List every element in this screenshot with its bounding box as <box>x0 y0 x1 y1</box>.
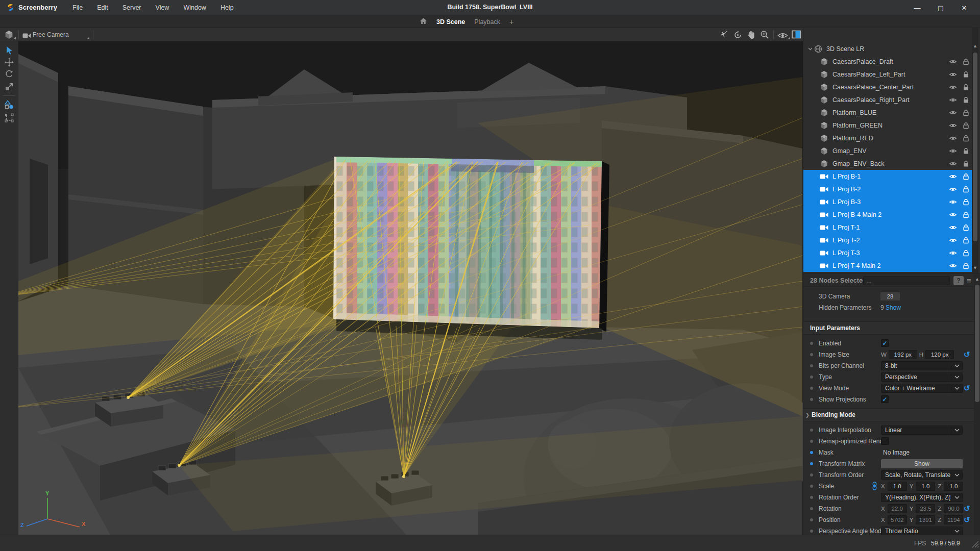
menu-server[interactable]: Server <box>115 0 149 15</box>
transform-box-tool-icon[interactable] <box>5 113 14 122</box>
hierarchy-item[interactable]: Platform_RED <box>803 132 972 144</box>
home-icon[interactable] <box>420 17 427 27</box>
dropdown[interactable]: Perspective <box>881 372 963 382</box>
hierarchy-root[interactable]: 3D Scene LR <box>803 42 972 55</box>
x-field[interactable]: 5702 <box>888 515 907 524</box>
visibility-icon[interactable] <box>946 96 960 104</box>
reset-icon[interactable]: ↺ <box>964 350 970 359</box>
visibility-icon[interactable] <box>946 249 960 257</box>
zoom-tool-icon[interactable] <box>760 30 769 41</box>
visibility-icon[interactable] <box>946 122 960 129</box>
unlock-icon[interactable] <box>960 224 972 231</box>
dropdown[interactable]: Scale, Rotate, Translate <box>881 470 963 480</box>
hierarchy-item[interactable]: L Proj T-1 <box>803 221 972 234</box>
hierarchy-item[interactable]: L Proj B-1 <box>803 170 972 183</box>
hierarchy-item[interactable]: CaesarsPalace_Center_Part <box>803 81 972 93</box>
hierarchy-item[interactable]: CaesarsPalace_Right_Part <box>803 93 972 106</box>
menu-edit[interactable]: Edit <box>90 0 115 15</box>
menu-help[interactable]: Help <box>213 0 241 15</box>
dropdown[interactable]: 8-bit <box>881 361 963 370</box>
add-tab-button[interactable]: + <box>509 18 513 26</box>
panel-menu-icon[interactable]: ≡ <box>967 276 971 285</box>
visibility-icon[interactable] <box>946 262 960 269</box>
view-cube-icon[interactable] <box>5 30 13 41</box>
checkbox[interactable]: ✓ <box>881 339 889 347</box>
camera-selector[interactable]: Free Camera <box>33 31 69 38</box>
show-button[interactable]: Show <box>881 459 963 468</box>
primitives-tool-icon[interactable] <box>5 100 14 109</box>
y-field[interactable]: 23.5 <box>916 504 935 513</box>
lock-icon[interactable] <box>960 71 972 78</box>
hierarchy-item[interactable]: L Proj B-3 <box>803 195 972 208</box>
visibility-icon[interactable] <box>946 135 960 142</box>
lock-icon[interactable] <box>960 147 972 155</box>
hierarchy-item[interactable]: L Proj T-2 <box>803 234 972 246</box>
hidden-params-show-link[interactable]: Show <box>886 304 901 311</box>
checkbox[interactable] <box>881 437 889 445</box>
select-tool-icon[interactable] <box>5 46 14 55</box>
z-field[interactable]: 1194 <box>944 515 963 524</box>
hierarchy-item[interactable]: L Proj T-4 Main 2 <box>803 259 972 272</box>
view-options-icon[interactable] <box>777 32 788 41</box>
link-values-icon[interactable] <box>871 482 878 492</box>
z-field[interactable]: 1.0 <box>944 482 963 491</box>
x-field[interactable]: 22.0 <box>888 504 907 513</box>
dropdown[interactable]: Y(Heading), X(Pitch), Z(B <box>881 493 963 502</box>
visibility-icon[interactable] <box>946 109 960 116</box>
scale-tool-icon[interactable] <box>5 82 14 91</box>
unlock-icon[interactable] <box>960 58 972 65</box>
unlock-icon[interactable] <box>960 262 972 269</box>
hierarchy-item[interactable]: CaesarsPalace_Left_Part <box>803 68 972 81</box>
hierarchy-item[interactable]: L Proj T-3 <box>803 246 972 259</box>
reset-icon[interactable]: ↺ <box>964 504 970 513</box>
fly-tool-icon[interactable] <box>719 30 728 42</box>
move-tool-icon[interactable] <box>5 58 14 67</box>
unlock-icon[interactable] <box>960 198 972 206</box>
x-field[interactable]: 1.0 <box>888 482 907 491</box>
menu-file[interactable]: File <box>65 0 90 15</box>
visibility-icon[interactable] <box>946 71 960 78</box>
visibility-icon[interactable] <box>946 198 960 206</box>
visibility-icon[interactable] <box>946 224 960 231</box>
dropdown[interactable]: Throw Ratio <box>881 527 963 535</box>
parameter-filter-input[interactable] <box>863 276 950 285</box>
visibility-icon[interactable] <box>946 160 960 167</box>
y-field[interactable]: 1391 <box>916 515 935 524</box>
lock-icon[interactable] <box>960 160 972 167</box>
chevron-down-icon[interactable] <box>806 47 814 51</box>
visibility-icon[interactable] <box>946 147 960 155</box>
pan-tool-icon[interactable] <box>747 30 756 42</box>
hierarchy-item[interactable]: L Proj B-4 Main 2 <box>803 208 972 221</box>
z-field[interactable]: 90.0 <box>944 504 963 513</box>
unlock-icon[interactable] <box>960 186 972 193</box>
height-field[interactable]: 120 px <box>925 350 954 359</box>
visibility-icon[interactable] <box>946 186 960 193</box>
dropdown[interactable]: Color + Wireframe <box>881 384 963 393</box>
visibility-icon[interactable] <box>946 58 960 65</box>
hierarchy-item[interactable]: CaesarsPalace_Draft <box>803 55 972 68</box>
orbit-tool-icon[interactable] <box>733 30 743 42</box>
dropdown[interactable]: Linear <box>881 425 963 435</box>
unlock-icon[interactable] <box>960 122 972 129</box>
close-button[interactable]: ✕ <box>952 0 976 15</box>
menu-window[interactable]: Window <box>176 0 213 15</box>
unlock-icon[interactable] <box>960 173 972 180</box>
help-icon[interactable]: ? <box>953 276 964 285</box>
hierarchy-item[interactable]: Gmap_ENV_Back <box>803 157 972 170</box>
visibility-icon[interactable] <box>946 211 960 218</box>
maximize-button[interactable]: ▢ <box>929 0 952 15</box>
hierarchy-item[interactable]: Platform_GREEN <box>803 119 972 132</box>
width-field[interactable]: 192 px <box>889 350 917 359</box>
lock-icon[interactable] <box>960 96 972 104</box>
checkbox[interactable]: ✓ <box>881 395 889 403</box>
section-header-blending[interactable]: ❯Blending Mode <box>803 408 974 421</box>
resize-grip[interactable] <box>972 541 979 550</box>
rotate-tool-icon[interactable] <box>5 69 14 79</box>
tab-playback[interactable]: Playback <box>474 18 500 26</box>
reset-icon[interactable]: ↺ <box>964 515 970 524</box>
inspector-scrollbar[interactable]: ▲ <box>974 274 980 535</box>
unlock-icon[interactable] <box>960 211 972 218</box>
lock-icon[interactable] <box>960 84 972 91</box>
reset-icon[interactable]: ↺ <box>964 384 970 393</box>
unlock-icon[interactable] <box>960 237 972 244</box>
